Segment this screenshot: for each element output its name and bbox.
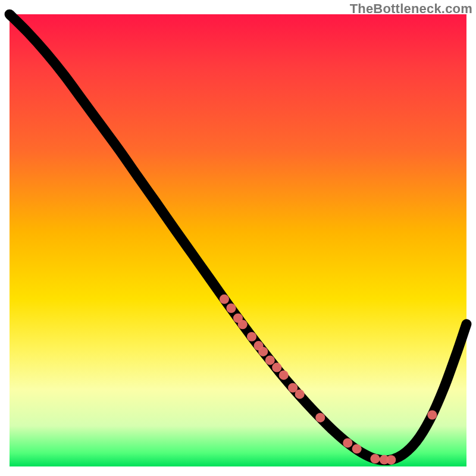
data-point xyxy=(315,413,325,422)
data-points xyxy=(220,295,437,465)
data-point xyxy=(279,371,289,380)
chart-svg xyxy=(10,14,466,466)
data-point xyxy=(226,303,236,313)
data-point xyxy=(220,295,229,304)
data-point xyxy=(247,332,256,342)
curve-line xyxy=(10,14,466,461)
data-point xyxy=(265,355,275,365)
data-point xyxy=(370,454,380,464)
data-point xyxy=(272,363,281,372)
plot-area xyxy=(10,14,466,466)
data-point xyxy=(386,455,396,465)
data-point xyxy=(343,439,352,448)
data-point xyxy=(352,444,362,453)
data-point xyxy=(427,410,437,419)
data-point xyxy=(295,389,305,399)
data-point xyxy=(238,320,248,329)
chart-container: TheBottleneck.com xyxy=(0,0,476,476)
data-point xyxy=(258,347,268,356)
